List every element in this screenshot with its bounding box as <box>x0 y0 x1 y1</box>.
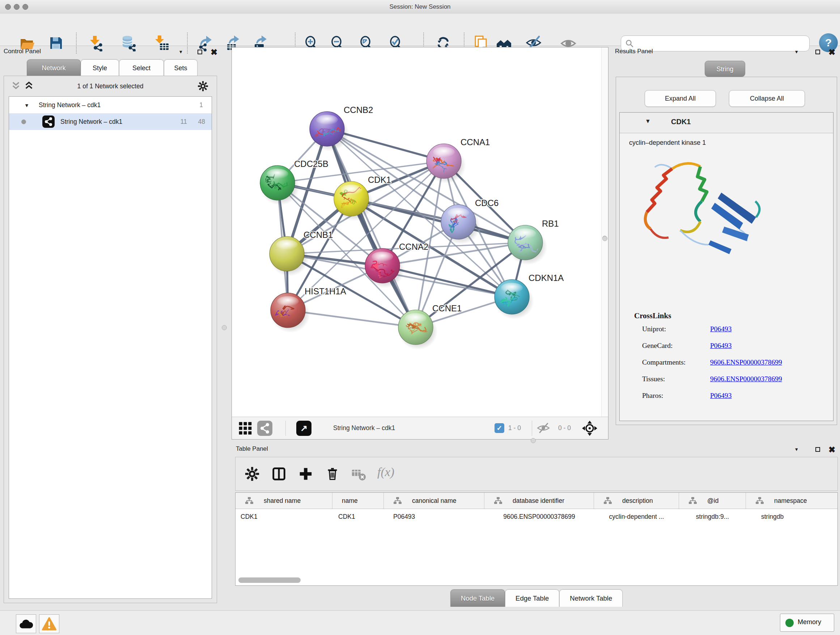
column-header-database-identifier[interactable]: database identifier <box>485 493 594 509</box>
column-header-label: database identifier <box>513 497 564 505</box>
tab-sets[interactable]: Sets <box>164 59 197 76</box>
network-row[interactable]: String Network – cdk1 11 48 <box>9 113 212 130</box>
gene-section-header[interactable]: ▼ CDK1 <box>620 112 833 133</box>
node-label-CCNB2: CCNB2 <box>344 105 373 115</box>
detach-view-icon[interactable]: ↗ <box>296 421 311 436</box>
memory-button[interactable]: Memory <box>780 614 834 632</box>
show-columns-icon[interactable] <box>271 466 287 483</box>
node-label-CCNA2: CCNA2 <box>399 242 428 252</box>
network-node-CDKN1A[interactable] <box>494 279 534 319</box>
results-panel-title: Results Panel <box>615 48 653 55</box>
network-node-HIST1H1A[interactable] <box>271 293 310 333</box>
node-label-CCNB1: CCNB1 <box>303 230 333 240</box>
column-header-description[interactable]: description <box>594 493 679 509</box>
panel-collapse-icon[interactable]: ▾ <box>180 49 182 55</box>
birds-eye-grid-icon[interactable] <box>238 421 253 436</box>
tab-network[interactable]: Network <box>27 59 81 76</box>
memory-status-dot <box>785 619 794 627</box>
network-node-CCNB1[interactable] <box>270 236 309 276</box>
column-header-label: canonical name <box>412 497 456 505</box>
node-label-CDKN1A: CDKN1A <box>529 273 564 283</box>
splitter-handle[interactable] <box>602 236 607 241</box>
function-builder-icon[interactable]: f(x) <box>377 465 394 479</box>
panel-float-icon[interactable] <box>815 50 820 54</box>
column-header-shared-name[interactable]: shared name <box>235 493 332 509</box>
crosslink-link[interactable]: P06493 <box>710 325 732 333</box>
network-node-CCNA1[interactable] <box>426 144 466 184</box>
table-cell[interactable]: cyclin-dependent ... <box>594 509 679 524</box>
cloud-status-button[interactable] <box>16 614 36 633</box>
crosslink-link[interactable]: 9606.ENSP00000378699 <box>710 375 782 383</box>
table-horizontal-scrollbar[interactable] <box>238 578 301 583</box>
delete-column-icon[interactable] <box>325 466 341 483</box>
network-node-CDK1[interactable] <box>334 181 373 221</box>
column-header-label: description <box>622 497 653 505</box>
crosslink-link[interactable]: 9606.ENSP00000378699 <box>710 358 782 366</box>
column-header--id[interactable]: @id <box>679 493 746 509</box>
collapse-all-button[interactable]: Collapse All <box>729 90 805 107</box>
column-header-namespace[interactable]: namespace <box>746 493 838 509</box>
network-node-RB1[interactable] <box>508 225 547 265</box>
panel-close-icon[interactable]: ✖ <box>210 49 218 56</box>
tab-style[interactable]: Style <box>81 59 119 76</box>
panel-collapse-icon[interactable]: ▾ <box>795 49 798 55</box>
crosslink-row: Uniprot:P06493 <box>620 325 833 342</box>
add-column-icon[interactable] <box>298 466 314 483</box>
network-node-CDC25B[interactable] <box>260 165 300 205</box>
table-cell[interactable]: CDK1 <box>235 509 332 524</box>
panel-close-icon[interactable]: ✖ <box>829 446 835 453</box>
tab-network-table[interactable]: Network Table <box>559 589 622 607</box>
locate-crosshair-icon[interactable] <box>581 420 598 437</box>
results-panel-header: Results Panel ▾ ✖ <box>612 48 837 58</box>
share-network-icon[interactable] <box>257 421 272 436</box>
table-cell[interactable]: 9606.ENSP00000378699 <box>485 509 594 524</box>
network-edge[interactable] <box>351 199 525 242</box>
network-scrollbar[interactable] <box>601 48 608 417</box>
network-node-CCNA2[interactable] <box>365 249 404 288</box>
tab-edge-table[interactable]: Edge Table <box>505 589 559 607</box>
column-header-label: @id <box>707 497 718 505</box>
shared-attribute-icon <box>494 497 502 505</box>
table-tabs: Node TableEdge TableNetwork Table <box>235 589 838 607</box>
tab-node-table[interactable]: Node Table <box>450 589 505 607</box>
panel-float-icon[interactable] <box>197 50 202 54</box>
table-cell[interactable]: stringdb <box>746 509 838 524</box>
selected-checkbox-icon[interactable]: ✓ <box>494 423 504 433</box>
network-edge[interactable] <box>327 129 416 327</box>
panel-close-icon[interactable]: ✖ <box>829 49 835 56</box>
column-header-name[interactable]: name <box>332 493 384 509</box>
network-canvas[interactable]: CCNB2CCNA1CDC25BCDK1CDC6RB1CCNB1CCNA2CDK… <box>232 48 608 417</box>
splitter-handle[interactable] <box>531 438 536 443</box>
network-node-CCNB2[interactable] <box>309 111 349 151</box>
hidden-eye-icon[interactable] <box>537 421 550 435</box>
network-node-CDC6[interactable] <box>441 204 480 244</box>
window-title: Session: New Session <box>0 0 840 14</box>
section-collapse-icon[interactable]: ▼ <box>645 118 651 125</box>
panel-float-icon[interactable] <box>815 447 820 452</box>
panel-collapse-icon[interactable]: ▾ <box>795 446 798 453</box>
column-header-canonical-name[interactable]: canonical name <box>384 493 485 509</box>
table-cell[interactable]: P06493 <box>384 509 485 524</box>
delete-table-icon[interactable] <box>351 466 367 483</box>
warning-status-button[interactable] <box>39 614 59 633</box>
splitter-handle[interactable] <box>222 325 227 330</box>
tree-expand-icon[interactable]: ▼ <box>24 97 29 114</box>
table-cell[interactable]: stringdb:9... <box>679 509 746 524</box>
network-collection-label: String Network – cdk1 <box>39 97 101 113</box>
toolbar-separator <box>532 421 532 436</box>
network-selected-status: 1 of 1 Network selected <box>4 82 217 90</box>
results-tab-string[interactable]: String <box>705 61 745 77</box>
column-header-label: name <box>342 497 358 505</box>
crosslink-link[interactable]: P06493 <box>710 342 732 350</box>
control-panel-body: 1 of 1 Network selected ▼ String Network… <box>4 76 217 603</box>
table-cell[interactable]: CDK1 <box>332 509 384 524</box>
expand-all-button[interactable]: Expand All <box>645 90 716 107</box>
search-icon <box>625 40 634 48</box>
crosslink-label: GeneCard: <box>642 342 673 350</box>
network-options-gear-icon[interactable] <box>197 80 209 92</box>
tab-select[interactable]: Select <box>119 59 164 76</box>
crosslink-link[interactable]: P06493 <box>710 392 732 400</box>
table-row[interactable]: CDK1CDK1P064939606.ENSP00000378699cyclin… <box>235 509 838 524</box>
table-options-gear-icon[interactable] <box>244 466 261 483</box>
network-collection-row[interactable]: ▼ String Network – cdk1 1 <box>9 97 212 113</box>
